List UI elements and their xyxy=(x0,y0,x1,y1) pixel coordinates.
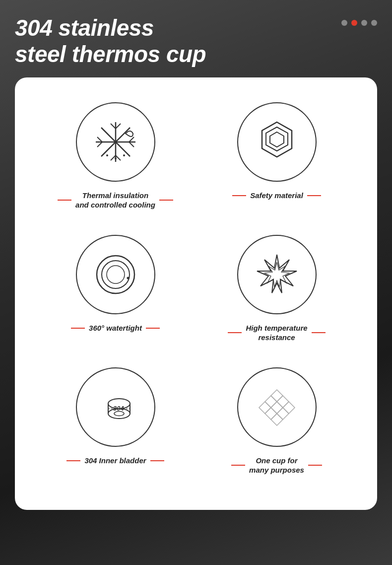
dot-4[interactable] xyxy=(371,20,377,26)
svg-point-15 xyxy=(123,154,125,156)
safety-icon-circle xyxy=(237,102,317,182)
temperature-label-row: High temperature resistance xyxy=(228,323,325,343)
watertight-label: 360° watertight xyxy=(89,323,142,333)
feature-thermal: Thermal insulation and controlled coolin… xyxy=(35,92,196,225)
multipurpose-right-line xyxy=(308,465,322,466)
bladder-right-line xyxy=(150,460,164,461)
thermal-icon-circle xyxy=(76,102,155,182)
bladder-left-line xyxy=(66,460,80,461)
temperature-label: High temperature resistance xyxy=(246,323,307,343)
svg-marker-32 xyxy=(271,390,283,402)
svg-point-13 xyxy=(106,154,108,156)
svg-marker-40 xyxy=(271,414,283,425)
feature-watertight: 360° watertight xyxy=(35,225,196,357)
svg-line-8 xyxy=(97,137,102,142)
watertight-right-line xyxy=(146,328,160,329)
svg-marker-36 xyxy=(271,402,283,414)
svg-line-4 xyxy=(111,124,116,129)
watertight-label-row: 360° watertight xyxy=(71,323,160,333)
svg-marker-23 xyxy=(257,255,297,293)
svg-line-5 xyxy=(116,124,121,129)
thermal-label-row: Thermal insulation and controlled coolin… xyxy=(58,191,173,210)
svg-point-19 xyxy=(97,256,134,293)
safety-label: Safety material xyxy=(250,191,303,201)
watertight-left-line xyxy=(71,328,85,329)
feature-safety: Safety material xyxy=(196,92,357,225)
svg-marker-35 xyxy=(259,402,271,414)
watertight-icon-circle xyxy=(76,235,155,314)
svg-line-11 xyxy=(129,142,134,147)
bladder-label: 304 Inner bladder xyxy=(84,456,146,466)
multipurpose-label-row: One cup for many purposes xyxy=(231,456,322,475)
title-line2: steel thermos cup xyxy=(15,41,206,67)
bladder-label-row: 304 Inner bladder xyxy=(66,456,164,466)
svg-marker-18 xyxy=(270,132,284,147)
thermal-right-line xyxy=(159,200,173,201)
page-header: 304 stainless steel thermos cup xyxy=(15,15,377,68)
safety-right-line xyxy=(307,195,321,196)
svg-marker-39 xyxy=(277,408,289,420)
page-title: 304 stainless steel thermos cup xyxy=(15,15,206,68)
svg-line-10 xyxy=(129,137,134,142)
svg-marker-37 xyxy=(283,402,295,414)
svg-marker-34 xyxy=(277,396,289,408)
temperature-left-line xyxy=(228,332,242,333)
dot-2[interactable] xyxy=(351,20,357,26)
multipurpose-label: One cup for many purposes xyxy=(249,456,304,475)
pagination-dots xyxy=(341,15,377,26)
svg-point-20 xyxy=(102,261,130,288)
svg-marker-33 xyxy=(265,396,277,408)
safety-label-row: Safety material xyxy=(232,191,321,201)
svg-point-22 xyxy=(127,277,129,279)
feature-temperature: High temperature resistance xyxy=(196,225,357,357)
feature-bladder: 304 304 Inner bladder xyxy=(35,357,196,490)
title-line1: 304 stainless xyxy=(15,15,154,41)
svg-point-21 xyxy=(107,266,125,283)
thermal-label: Thermal insulation and controlled coolin… xyxy=(75,191,155,210)
bladder-icon-circle: 304 xyxy=(76,367,155,447)
svg-marker-38 xyxy=(265,408,277,420)
features-card: Thermal insulation and controlled coolin… xyxy=(15,77,377,510)
safety-left-line xyxy=(232,195,246,196)
multipurpose-left-line xyxy=(231,465,245,466)
temperature-icon-circle xyxy=(237,235,317,314)
feature-multipurpose: One cup for many purposes xyxy=(196,357,357,490)
dot-1[interactable] xyxy=(341,20,347,26)
thermal-left-line xyxy=(58,200,71,201)
multipurpose-icon-circle xyxy=(237,367,317,447)
temperature-right-line xyxy=(312,332,326,333)
dot-3[interactable] xyxy=(361,20,367,26)
svg-point-14 xyxy=(115,157,117,159)
svg-line-9 xyxy=(97,142,102,147)
